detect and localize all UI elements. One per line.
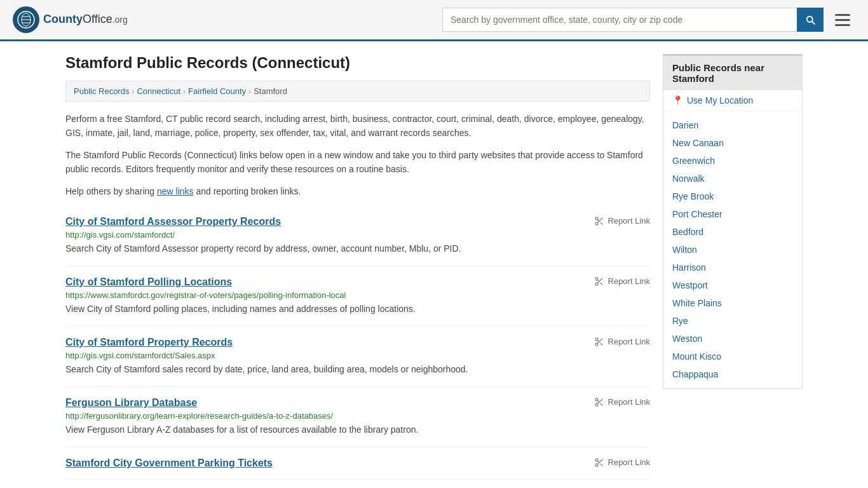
record-description: View Ferguson Library A-Z databases for … <box>65 423 650 437</box>
nearby-city-link[interactable]: Wilton <box>672 245 697 255</box>
report-link[interactable]: Report Link <box>594 276 650 287</box>
breadcrumb-sep-1: › <box>132 87 134 96</box>
use-location[interactable]: 📍 Use My Location <box>663 90 802 111</box>
sidebar-nearby-item[interactable]: Rye Brook <box>663 187 802 205</box>
svg-line-9 <box>600 283 602 285</box>
breadcrumb-stamford: Stamford <box>254 86 287 96</box>
nearby-city-link[interactable]: Greenwich <box>672 156 715 166</box>
record-title[interactable]: City of Stamford Property Records <box>65 337 233 348</box>
nearby-city-link[interactable]: Port Chester <box>672 209 722 219</box>
sidebar: Public Records near Stamford 📍 Use My Lo… <box>663 54 803 480</box>
sidebar-nearby-item[interactable]: Weston <box>663 330 802 348</box>
svg-line-24 <box>600 464 602 466</box>
report-link-label: Report Link <box>608 458 650 467</box>
search-icon <box>804 14 816 25</box>
search-input[interactable] <box>442 8 797 32</box>
scissors-icon <box>594 458 604 468</box>
record-description: Search City of Stamford sales record by … <box>65 363 650 376</box>
sidebar-nearby-item[interactable]: Rye <box>663 312 802 330</box>
svg-line-10 <box>597 280 599 281</box>
svg-point-1 <box>595 217 598 220</box>
report-link[interactable]: Report Link <box>594 216 650 226</box>
nearby-city-link[interactable]: Bedford <box>672 227 703 237</box>
sidebar-nearby-item[interactable]: Harrison <box>663 259 802 276</box>
sidebar-nearby-list: DarienNew CanaanGreenwichNorwalkRye Broo… <box>663 111 802 388</box>
use-location-link[interactable]: Use My Location <box>687 95 753 105</box>
sidebar-nearby-item[interactable]: Greenwich <box>663 152 802 170</box>
record-title[interactable]: City of Stamford Polling Locations <box>65 276 232 288</box>
report-link[interactable]: Report Link <box>594 397 650 407</box>
sidebar-nearby-item[interactable]: Wilton <box>663 241 802 259</box>
scissors-icon <box>594 397 604 407</box>
sidebar-nearby-item[interactable]: White Plains <box>663 294 802 312</box>
search-bar <box>442 8 855 32</box>
report-link-label: Report Link <box>608 216 650 226</box>
record-item: City of Stamford Polling Locations Repor… <box>65 266 650 327</box>
nearby-city-link[interactable]: Harrison <box>672 262 706 273</box>
report-link-label: Report Link <box>608 276 650 286</box>
record-url[interactable]: http://gis.vgsi.com/stamfordct/Sales.asp… <box>65 351 650 360</box>
site-header: CountyOffice.org <box>0 0 868 41</box>
description-3: Help others by sharing new links and rep… <box>65 184 650 198</box>
record-title[interactable]: City of Stamford Assessor Property Recor… <box>65 216 281 227</box>
svg-line-4 <box>600 222 602 225</box>
svg-point-17 <box>595 403 598 406</box>
svg-point-11 <box>595 338 598 341</box>
svg-line-25 <box>597 461 599 463</box>
nearby-city-link[interactable]: Chappaqua <box>672 369 718 379</box>
logo-tld: .org <box>112 15 128 25</box>
record-title[interactable]: Stamford City Government Parking Tickets <box>65 458 273 469</box>
sidebar-nearby-item[interactable]: Norwalk <box>663 170 802 187</box>
record-item: City of Stamford Assessor Property Recor… <box>65 206 650 266</box>
nearby-city-link[interactable]: Darien <box>672 120 698 130</box>
nearby-city-link[interactable]: New Canaan <box>672 138 724 148</box>
nearby-city-link[interactable]: White Plains <box>672 298 722 308</box>
breadcrumb-sep-3: › <box>248 87 251 96</box>
svg-point-7 <box>595 283 598 285</box>
breadcrumb-fairfield[interactable]: Fairfield County <box>188 86 246 96</box>
logo-office: Office <box>83 13 112 25</box>
description-1: Perform a free Stamford, CT public recor… <box>65 112 650 140</box>
sidebar-nearby-item[interactable]: Darien <box>663 116 802 134</box>
nearby-city-link[interactable]: Rye <box>672 316 688 326</box>
svg-line-19 <box>600 403 602 406</box>
nearby-city-link[interactable]: Mount Kisco <box>672 351 721 362</box>
svg-line-14 <box>600 343 602 346</box>
nearby-city-link[interactable]: Norwalk <box>672 173 705 184</box>
nearby-city-link[interactable]: Weston <box>672 334 702 344</box>
hamburger-menu-button[interactable] <box>830 11 855 29</box>
main-container: Stamford Public Records (Connecticut) Pu… <box>53 41 815 488</box>
record-item: City of Stamford Property Records Report… <box>65 327 650 387</box>
sidebar-nearby-item[interactable]: Westport <box>663 276 802 294</box>
record-item: Stamford City Government Parking Tickets… <box>65 447 650 480</box>
search-button[interactable] <box>797 8 824 32</box>
breadcrumb-public-records[interactable]: Public Records <box>74 86 129 96</box>
content-area: Stamford Public Records (Connecticut) Pu… <box>65 54 650 480</box>
record-url[interactable]: http://gis.vgsi.com/stamfordct/ <box>65 230 650 240</box>
nearby-city-link[interactable]: Westport <box>672 280 708 290</box>
record-url[interactable]: https://www.stamfordct.gov/registrar-of-… <box>65 290 650 300</box>
record-item: Ferguson Library Database Report Link ht… <box>65 387 650 447</box>
sidebar-nearby-item[interactable]: Bedford <box>663 223 802 241</box>
record-title[interactable]: Ferguson Library Database <box>65 397 197 409</box>
scissors-icon <box>594 276 604 287</box>
svg-point-16 <box>595 398 598 401</box>
records-list: City of Stamford Assessor Property Recor… <box>65 206 650 480</box>
svg-point-2 <box>595 222 598 225</box>
record-url[interactable]: http://fergusonlibrary.org/learn-explore… <box>65 411 650 421</box>
record-description: View City of Stamford polling places, in… <box>65 302 650 316</box>
nearby-city-link[interactable]: Rye Brook <box>672 191 714 201</box>
svg-point-6 <box>595 278 598 280</box>
sidebar-nearby-item[interactable]: Port Chester <box>663 205 802 223</box>
breadcrumb-connecticut[interactable]: Connecticut <box>137 86 180 96</box>
sidebar-nearby-item[interactable]: Mount Kisco <box>663 348 802 365</box>
svg-line-5 <box>597 219 599 221</box>
logo[interactable]: CountyOffice.org <box>13 6 128 33</box>
sidebar-nearby-item[interactable]: Chappaqua <box>663 365 802 383</box>
svg-point-21 <box>595 459 598 461</box>
new-links-link[interactable]: new links <box>157 186 194 196</box>
report-link[interactable]: Report Link <box>594 337 650 347</box>
sidebar-nearby-item[interactable]: New Canaan <box>663 134 802 152</box>
report-link[interactable]: Report Link <box>594 458 650 468</box>
breadcrumb: Public Records › Connecticut › Fairfield… <box>65 81 650 102</box>
